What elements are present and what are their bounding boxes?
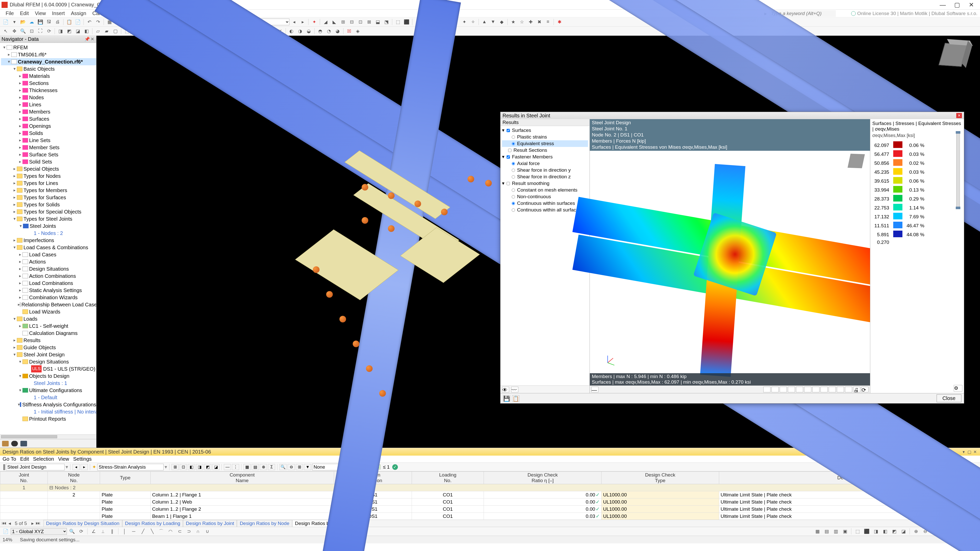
results-nav-cube[interactable] [849, 154, 867, 171]
rv-b7[interactable] [812, 387, 819, 392]
design-module-select[interactable]: Steel Joint Design [6, 464, 65, 470]
axial-force[interactable]: Axial force [517, 160, 540, 167]
nav-ds1[interactable]: DS1 - ULS (STR/GEO) - Perm [43, 365, 96, 372]
nav-group[interactable]: Types for Special Objects [24, 208, 81, 215]
menu-insert[interactable]: Insert [49, 10, 68, 17]
grid-first[interactable]: ⏮ [2, 520, 6, 526]
t17[interactable]: ✧ [469, 18, 477, 25]
sm3-radio[interactable] [512, 202, 515, 205]
grid-edit[interactable]: Edit [20, 456, 29, 462]
gt-b6[interactable]: ◪ [212, 464, 220, 470]
nav-group[interactable]: Types for Nodes [24, 172, 61, 179]
results-close-button[interactable]: ✕ [956, 113, 962, 118]
nav-group[interactable]: Types for Members [24, 187, 67, 194]
rv-b1[interactable] [763, 387, 770, 392]
move-button[interactable]: ✥ [10, 27, 18, 35]
t26[interactable]: ✱ [555, 18, 563, 25]
rv-b11[interactable] [845, 387, 852, 392]
nav-lcc-item[interactable]: Load Cases [29, 251, 56, 258]
grid-view[interactable]: View [58, 456, 69, 462]
nav-item[interactable]: Nodes [29, 94, 44, 101]
sy-radio[interactable] [512, 168, 515, 172]
nav-lcc[interactable]: Load Cases & Combinations [24, 244, 88, 251]
nav-otd-leaf[interactable]: Steel Joints : 1 [34, 380, 67, 387]
table-row[interactable]: Plate Beam 1 | Flange 1 DS1 CO1 0.03 UL1… [0, 513, 980, 520]
grid-last[interactable]: ⏭ [36, 520, 41, 526]
gt-b12[interactable]: Σ [268, 464, 275, 470]
grid-col[interactable]: NodeNo. [48, 472, 100, 484]
nav-sac-leaf[interactable]: 1 - Initial stiffness | No interactio [34, 408, 96, 415]
sz-radio[interactable] [512, 175, 515, 179]
analysis-select[interactable]: Stress-Strain Analysis [97, 464, 164, 470]
bt-10[interactable]: ╲ [148, 528, 156, 535]
nav-lcc-item[interactable]: Combination Wizards [29, 294, 78, 301]
maximize-button[interactable]: ▢ [950, 1, 964, 9]
t9[interactable]: ⬚ [394, 18, 402, 25]
zoomwin-button[interactable]: ⊡ [27, 27, 36, 35]
results-eye-button[interactable]: 👁 [502, 387, 509, 392]
nav-group[interactable]: Types for Solids [24, 201, 60, 208]
rp-foot-b2[interactable]: 📋 [512, 395, 519, 402]
gt-b14[interactable]: ⊖ [288, 464, 295, 470]
copy-button[interactable]: 📋 [65, 18, 73, 25]
nav-item[interactable]: Surface Sets [29, 151, 59, 158]
gt-b9[interactable]: ▦ [243, 464, 251, 470]
results-curve-button[interactable]: 〰 [511, 387, 518, 392]
bt-r6[interactable]: ⬛ [862, 528, 871, 535]
grid-min[interactable]: ▾ [961, 449, 966, 454]
zoom-button[interactable]: 🔍 [19, 27, 27, 35]
bt-16[interactable]: ∪ [203, 528, 211, 535]
rv-b8[interactable] [821, 387, 828, 392]
nav-display-icon[interactable] [11, 441, 18, 446]
menu-file[interactable]: File [3, 10, 17, 17]
nav-item[interactable]: Lines [29, 101, 41, 108]
nav-lcc-item[interactable]: Static Analysis Settings [29, 287, 82, 294]
axial-radio[interactable] [512, 162, 515, 165]
grid-col[interactable]: JointNo. [0, 472, 48, 484]
nav-group[interactable]: Types for Surfaces [24, 194, 66, 201]
sm1-radio[interactable] [512, 189, 515, 192]
tb2-25[interactable]: ☒ [345, 27, 353, 35]
nav-pin[interactable]: 📌 [84, 37, 89, 42]
bt-15[interactable]: ∩ [194, 528, 202, 535]
rv-b2[interactable] [772, 387, 779, 392]
bt-14[interactable]: ⊃ [185, 528, 193, 535]
nav-item[interactable]: Line Sets [29, 137, 50, 144]
t4[interactable]: ⊟ [348, 18, 356, 25]
t8[interactable]: ⬔ [382, 18, 390, 25]
nav-item[interactable]: Solids [29, 130, 43, 137]
gt-b11[interactable]: ⊕ [260, 464, 267, 470]
t24[interactable]: ✖ [535, 18, 543, 25]
bt-11[interactable]: ⌒ [157, 528, 165, 535]
grid-tab[interactable]: Design Ratios by Loading [122, 520, 183, 527]
nav-otd[interactable]: Objects to Design [29, 372, 69, 380]
rv-sync[interactable]: ⟳ [861, 387, 869, 392]
saveall-button[interactable]: 🖫 [45, 18, 53, 25]
t1[interactable]: ◢ [321, 18, 330, 25]
bt-r3[interactable]: ▥ [832, 528, 840, 535]
menu-edit[interactable]: Edit [17, 10, 32, 17]
nav-close[interactable]: ✕ [90, 37, 95, 42]
table-row[interactable]: Plate Column 1..2 | Flange 2 DS1 CO1 0.0… [0, 506, 980, 513]
plastic-radio[interactable] [512, 135, 515, 139]
menu-assign[interactable]: Assign [68, 10, 89, 17]
print-button[interactable]: 🖨 [54, 18, 62, 25]
grid-goto[interactable]: Go To [3, 456, 16, 462]
bt-r2[interactable]: ▤ [822, 528, 831, 535]
smooth-constant[interactable]: Constant on mesh elements [517, 187, 578, 193]
gt-b5[interactable]: ◩ [204, 464, 211, 470]
grid-tab[interactable]: Design Ratios by Design Situation [43, 520, 122, 527]
table-row[interactable]: Plate Column 1..2 | Web DS1 CO1 0.00 UL1… [0, 499, 980, 506]
zview-button[interactable]: ◧ [83, 27, 91, 35]
bt-3[interactable]: ⟳ [77, 528, 85, 535]
rv-b5[interactable] [796, 387, 803, 392]
result-sections[interactable]: Result Sections [514, 147, 547, 154]
smooth-noncont[interactable]: Non-continuous [517, 193, 551, 200]
bt-r10[interactable]: ◪ [899, 528, 907, 535]
xview-button[interactable]: ◩ [65, 27, 73, 35]
bt-r4[interactable]: ▣ [841, 528, 849, 535]
calc-button[interactable]: ✦ [310, 18, 318, 25]
tb2-24[interactable]: ◕ [334, 27, 342, 35]
gt-b2[interactable]: ⊡ [180, 464, 187, 470]
iso-button[interactable]: ◨ [56, 27, 65, 35]
